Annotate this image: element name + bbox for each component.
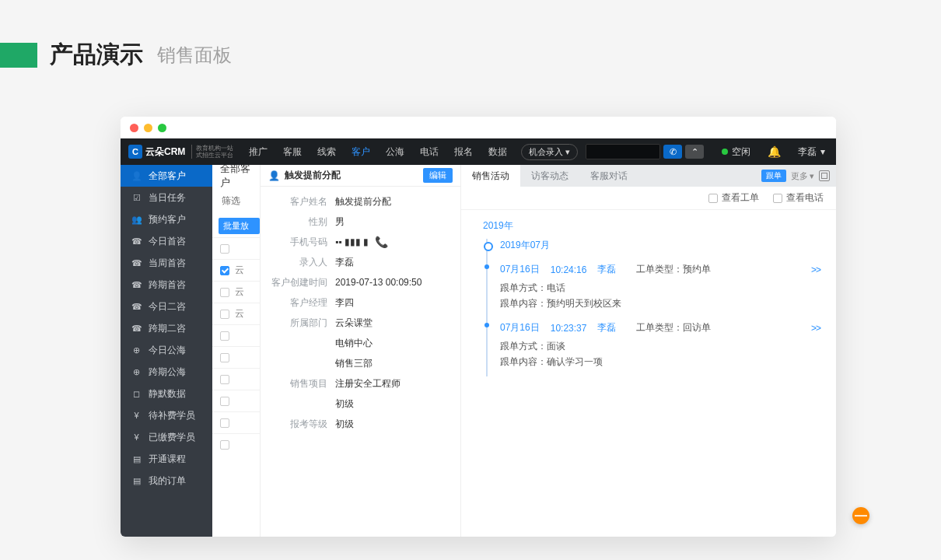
search-input[interactable] <box>586 144 660 159</box>
nav-item[interactable]: 客服 <box>275 138 310 165</box>
table-row[interactable]: 云 <box>212 259 260 281</box>
checkbox-icon[interactable] <box>220 397 229 406</box>
sidebar-item[interactable]: ☎跨期首咨 <box>121 274 212 296</box>
nav-item[interactable]: 线索 <box>310 138 344 165</box>
brand-logo-icon: C <box>128 145 142 159</box>
brand[interactable]: C 云朵CRM 教育机构一站式招生云平台 <box>121 138 241 165</box>
detail-field-row: 销售项目注册安全工程师 <box>261 373 460 394</box>
checkbox-icon[interactable] <box>220 353 229 362</box>
sidebar-label: 今日二咨 <box>149 300 186 313</box>
activity-tab[interactable]: 客服对话 <box>579 165 638 187</box>
table-row[interactable]: 云 <box>212 281 260 303</box>
row-text: 云 <box>235 264 244 277</box>
sidebar-item[interactable]: ⊕跨期公海 <box>121 361 212 383</box>
agent-status[interactable]: 空闲 <box>722 145 750 159</box>
sidebar-label: 今日公海 <box>149 344 186 357</box>
sidebar-icon: ◻ <box>131 389 142 399</box>
sidebar-label: 开通课程 <box>149 453 186 466</box>
expand-icon[interactable]: >> <box>811 264 824 275</box>
activity-filters: 查看工单 查看电话 <box>461 187 836 210</box>
close-icon[interactable] <box>130 124 138 132</box>
filter-call[interactable]: 查看电话 <box>773 191 824 205</box>
nav-item[interactable]: 推广 <box>241 138 275 165</box>
timeline: 2019年 2019年07月 07月16日10:24:16李磊工单类型：预约单>… <box>461 210 836 389</box>
top-navbar: C 云朵CRM 教育机构一站式招生云平台 推广客服线索客户公海电话报名数据 机会… <box>121 138 836 165</box>
sidebar-item[interactable]: 👥预约客户 <box>121 208 212 230</box>
sidebar-icon: ☎ <box>131 280 142 290</box>
sidebar-item[interactable]: ◻静默数据 <box>121 383 212 404</box>
nav-item[interactable]: 数据 <box>481 138 515 165</box>
sidebar-icon: ¥ <box>131 432 142 442</box>
sidebar-item[interactable]: ☎当周首咨 <box>121 252 212 274</box>
sidebar-label: 跨期二咨 <box>149 322 186 335</box>
table-row[interactable] <box>212 237 260 259</box>
call-button[interactable]: ✆ <box>663 145 682 159</box>
checkbox-icon[interactable] <box>220 288 229 297</box>
checkbox-icon[interactable] <box>220 310 229 319</box>
edit-button[interactable]: 编辑 <box>423 168 453 183</box>
table-row[interactable] <box>212 433 260 455</box>
list-filter-label[interactable]: 筛选 <box>212 187 260 215</box>
sidebar-item[interactable]: ☎今日首咨 <box>121 230 212 252</box>
checkbox-icon[interactable] <box>220 244 229 254</box>
opportunity-button[interactable]: 机会录入 ▾ <box>521 144 578 160</box>
sidebar-item[interactable]: ▤开通课程 <box>121 448 212 470</box>
fab-button[interactable]: — <box>852 507 869 524</box>
detail-field-value: 男 <box>335 215 460 229</box>
expand-icon[interactable]: >> <box>811 323 824 334</box>
detail-field-row: 电销中心 <box>261 333 460 353</box>
user-menu[interactable]: 李磊 ▾ <box>798 145 836 159</box>
checkbox-icon[interactable] <box>220 418 229 428</box>
table-row[interactable] <box>212 346 260 368</box>
checkbox-icon[interactable] <box>220 440 229 450</box>
checkbox-icon[interactable] <box>220 331 229 341</box>
detail-field-row: 客户姓名触发提前分配 <box>261 191 460 212</box>
more-menu[interactable]: 更多 ▾ <box>791 170 814 182</box>
table-row[interactable] <box>212 324 260 346</box>
sidebar-icon: ☎ <box>131 236 142 247</box>
checkbox-icon[interactable] <box>220 266 229 275</box>
activity-tab[interactable]: 销售活动 <box>461 165 520 187</box>
sidebar-item[interactable]: 👤全部客户 <box>121 165 212 187</box>
nav-item[interactable]: 公海 <box>378 138 412 165</box>
sidebar-icon: ☎ <box>131 258 142 268</box>
popout-icon[interactable] <box>819 170 830 181</box>
filter-ticket[interactable]: 查看工单 <box>708 191 759 205</box>
detail-field-label: 客户创建时间 <box>261 276 335 289</box>
sidebar-label: 我的订单 <box>149 474 186 488</box>
phone-icon[interactable]: 📞 <box>375 236 388 248</box>
table-row[interactable]: 云 <box>212 303 260 324</box>
minimize-icon[interactable] <box>144 124 152 132</box>
sidebar-item[interactable]: ☎今日二咨 <box>121 296 212 317</box>
sidebar-item[interactable]: ⊕今日公海 <box>121 339 212 361</box>
sidebar-item[interactable]: ¥待补费学员 <box>121 404 212 426</box>
nav-item[interactable]: 报名 <box>446 138 481 165</box>
brand-sub: 教育机构一站式招生云平台 <box>191 145 233 159</box>
user-name: 李磊 <box>798 145 817 159</box>
sidebar-label: 全部客户 <box>149 170 186 183</box>
sidebar-item[interactable]: ¥已缴费学员 <box>121 426 212 448</box>
sidebar-icon: 👤 <box>131 171 142 181</box>
slide-header: 产品演示 销售面板 <box>0 0 941 71</box>
checkbox-icon[interactable] <box>220 375 229 384</box>
detail-field-row: 手机号码▪▪ ▮▮▮ ▮📞 <box>261 232 460 252</box>
bell-icon[interactable]: 🔔 <box>768 145 781 158</box>
sidebar-item[interactable]: ▤我的订单 <box>121 470 212 492</box>
detail-field-row: 客户创建时间2019-07-13 00:09:50 <box>261 272 460 292</box>
table-row[interactable] <box>212 368 260 390</box>
detail-field-label: 客户经理 <box>261 296 335 310</box>
sidebar-item[interactable]: ☑当日任务 <box>121 187 212 208</box>
nav-item[interactable]: 客户 <box>344 138 378 165</box>
follow-tag[interactable]: 跟单 <box>761 170 786 182</box>
table-row[interactable] <box>212 411 260 433</box>
hangup-button[interactable]: ⌃ <box>685 145 704 159</box>
maximize-icon[interactable] <box>158 124 166 132</box>
activity-tab[interactable]: 访客动态 <box>520 165 579 187</box>
table-row[interactable] <box>212 390 260 411</box>
status-label: 空闲 <box>732 145 750 159</box>
sidebar-icon: ▤ <box>131 476 142 486</box>
sidebar-item[interactable]: ☎跨期二咨 <box>121 317 212 339</box>
slide-title: 产品演示 <box>50 39 143 71</box>
nav-item[interactable]: 电话 <box>412 138 446 165</box>
batch-release-button[interactable]: 批量放 <box>219 218 260 234</box>
